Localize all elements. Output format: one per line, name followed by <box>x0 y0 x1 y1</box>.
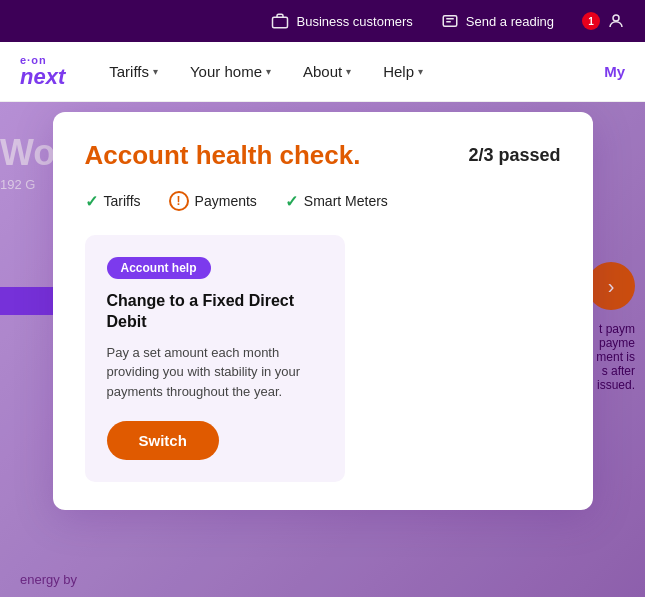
nav-help[interactable]: Help ▾ <box>369 55 437 88</box>
card-title: Change to a Fixed Direct Debit <box>107 291 323 333</box>
modal-overlay: Account health check. 2/3 passed ✓ Tarif… <box>0 102 645 597</box>
payments-check-label: Payments <box>195 193 257 209</box>
tariffs-check-label: Tariffs <box>104 193 141 209</box>
notification-area[interactable]: 1 <box>582 12 625 30</box>
account-icon <box>607 12 625 30</box>
help-label: Help <box>383 63 414 80</box>
switch-button[interactable]: Switch <box>107 421 219 460</box>
svg-point-2 <box>613 15 619 21</box>
smart-meters-check-label: Smart Meters <box>304 193 388 209</box>
account-help-card: Account help Change to a Fixed Direct De… <box>85 235 345 482</box>
nav-tariffs[interactable]: Tariffs ▾ <box>95 55 172 88</box>
modal-score: 2/3 passed <box>468 145 560 166</box>
smart-meters-check-icon: ✓ <box>285 192 298 211</box>
check-item-tariffs: ✓ Tariffs <box>85 192 141 211</box>
modal-header: Account health check. 2/3 passed <box>85 140 561 171</box>
meter-icon <box>441 12 459 30</box>
nav-about[interactable]: About ▾ <box>289 55 365 88</box>
nav-items: Tariffs ▾ Your home ▾ About ▾ Help ▾ <box>95 55 604 88</box>
check-items-row: ✓ Tariffs ! Payments ✓ Smart Meters <box>85 191 561 211</box>
main-nav: e·on next Tariffs ▾ Your home ▾ About ▾ … <box>0 42 645 102</box>
modal-title: Account health check. <box>85 140 361 171</box>
top-bar: Business customers Send a reading 1 <box>0 0 645 42</box>
about-label: About <box>303 63 342 80</box>
your-home-chevron-icon: ▾ <box>266 66 271 77</box>
account-health-modal: Account health check. 2/3 passed ✓ Tarif… <box>53 112 593 510</box>
card-description: Pay a set amount each month providing yo… <box>107 343 323 402</box>
card-badge: Account help <box>107 257 211 279</box>
help-chevron-icon: ▾ <box>418 66 423 77</box>
hero-area: Wo 192 G › t paym payme ment is s after … <box>0 102 645 597</box>
your-home-label: Your home <box>190 63 262 80</box>
business-customers-label: Business customers <box>296 14 412 29</box>
send-reading-label: Send a reading <box>466 14 554 29</box>
business-customers-link[interactable]: Business customers <box>271 12 412 30</box>
logo-next-text: next <box>20 66 65 88</box>
briefcase-icon <box>271 12 289 30</box>
tariffs-check-icon: ✓ <box>85 192 98 211</box>
logo[interactable]: e·on next <box>20 55 65 88</box>
send-reading-link[interactable]: Send a reading <box>441 12 554 30</box>
payments-warning-icon: ! <box>169 191 189 211</box>
svg-rect-0 <box>273 17 288 28</box>
about-chevron-icon: ▾ <box>346 66 351 77</box>
notification-badge: 1 <box>582 12 600 30</box>
nav-your-home[interactable]: Your home ▾ <box>176 55 285 88</box>
check-item-payments: ! Payments <box>169 191 257 211</box>
check-item-smart-meters: ✓ Smart Meters <box>285 192 388 211</box>
tariffs-chevron-icon: ▾ <box>153 66 158 77</box>
tariffs-label: Tariffs <box>109 63 149 80</box>
nav-my-account[interactable]: My <box>604 63 625 80</box>
